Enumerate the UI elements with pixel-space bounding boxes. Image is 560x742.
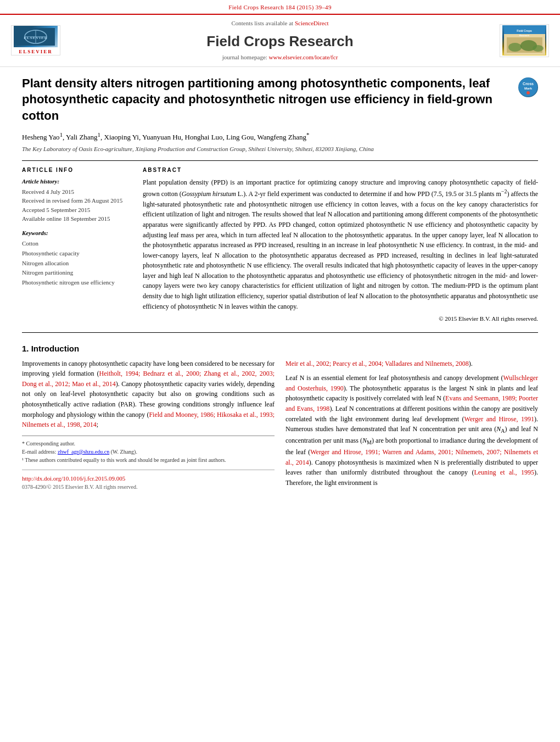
divider-1 xyxy=(22,160,538,161)
corresponding-author-note: * Corresponding author. xyxy=(22,439,275,448)
ref-meir[interactable]: Meir et al., 2002; Pearcy et al., 2004; … xyxy=(285,360,469,367)
article-history-label: Article history: xyxy=(22,177,132,186)
keywords-section: Keywords: Cotton Photosynthetic capacity… xyxy=(22,229,132,287)
email-label: E-mail address: xyxy=(22,449,56,455)
abstract-text: Plant population density (PPD) is an imp… xyxy=(143,177,538,312)
email-footnote: E-mail address: zhwf_agr@shzu.edu.cn (W.… xyxy=(22,448,275,456)
article-info-abstract: ARTICLE INFO Article history: Received 4… xyxy=(22,166,538,323)
abstract-paragraph: Plant population density (PPD) is an imp… xyxy=(143,177,538,312)
doi-link[interactable]: http://dx.doi.org/10.1016/j.fcr.2015.09.… xyxy=(22,475,125,482)
nm-subscript: M xyxy=(367,439,372,445)
elsevier-brand-text: ELSEVIER xyxy=(19,48,53,55)
intro-right-para2: Leaf N is an essential element for leaf … xyxy=(285,373,538,488)
svg-text:Cross: Cross xyxy=(523,82,534,86)
available-date: Available online 18 September 2015 xyxy=(22,214,132,224)
sup1: 1 xyxy=(60,131,63,138)
header-bar: ELSEVIER ELSEVIER Contents lists availab… xyxy=(0,15,560,66)
article-info-heading: ARTICLE INFO xyxy=(22,166,132,174)
citation-text: Field Crops Research 184 (2015) 39–49 xyxy=(228,4,331,10)
intro-right-text: Meir et al., 2002; Pearcy et al., 2004; … xyxy=(285,359,538,488)
issn-text: 0378-4290/© 2015 Elsevier B.V. All right… xyxy=(22,483,275,491)
journal-citation: Field Crops Research 184 (2015) 39–49 xyxy=(0,0,560,15)
keywords-label: Keywords: xyxy=(22,229,132,237)
article-info-column: ARTICLE INFO Article history: Received 4… xyxy=(22,166,132,323)
journal-cover-image: Field Crops Research xyxy=(500,24,549,57)
intro-left-para: Improvements in canopy photosynthetic ca… xyxy=(22,359,275,430)
article-history-section: Article history: Received 4 July 2015 Re… xyxy=(22,177,132,224)
nm-variable: N xyxy=(362,437,367,444)
received-date: Received 4 July 2015 xyxy=(22,187,132,197)
keyword-nitrogen-allocation: Nitrogen allocation xyxy=(22,259,132,269)
ref-wullschleger[interactable]: Wullschleger and Oosterhuis, 1990 xyxy=(285,374,538,392)
article-title: Plant density alters nitrogen partitioni… xyxy=(22,75,538,124)
intro-two-col: Improvements in canopy photosynthetic ca… xyxy=(22,359,538,491)
footnote-section: * Corresponding author. E-mail address: … xyxy=(22,436,275,464)
corresponding-text: * Corresponding author. xyxy=(22,440,75,447)
ref-evans[interactable]: Evans and Seemann, 1989; Poorter and Eva… xyxy=(285,394,538,412)
ref-field[interactable]: Field and Mooney, 1986; Hikosaka et al.,… xyxy=(22,411,275,429)
keyword-pnue: Photosynthetic nitrogen use efficiency xyxy=(22,278,132,288)
journal-title: Field Crops Research xyxy=(60,31,500,51)
header-center: Contents lists available at ScienceDirec… xyxy=(60,19,500,62)
elsevier-logo-image: ELSEVIER xyxy=(14,26,58,47)
author-names: Hesheng Yao1, Yali Zhang1, Xiaoping Yi, … xyxy=(22,133,310,141)
sciencedirect-link: Contents lists available at ScienceDirec… xyxy=(60,19,500,27)
ref-leuning[interactable]: Leuning et al., 1995 xyxy=(474,468,534,476)
svg-point-12 xyxy=(533,45,544,52)
crossmark-badge[interactable]: Cross Mark xyxy=(518,77,538,97)
sciencedirect-prefix: Contents lists available at xyxy=(231,20,293,26)
svg-point-10 xyxy=(508,43,522,52)
introduction-section: 1. Introduction Improvements in canopy p… xyxy=(22,343,538,491)
keyword-nitrogen-partitioning: Nitrogen partitioning xyxy=(22,268,132,278)
abstract-column: ABSTRACT Plant population density (PPD) … xyxy=(143,166,538,323)
ref-werger[interactable]: Werger and Hirose, 1991 xyxy=(464,415,534,423)
authors-line: Hesheng Yao1, Yali Zhang1, Xiaoping Yi, … xyxy=(22,131,538,143)
email-person: (W. Zhang). xyxy=(111,449,137,455)
keyword-photosynthetic: Photosynthetic capacity xyxy=(22,249,132,259)
ref-werger2[interactable]: Werger and Hirose, 1991; Warren and Adam… xyxy=(285,448,538,466)
homepage-link[interactable]: www.elsevier.com/locate/fcr xyxy=(269,54,338,60)
revised-date: Received in revised form 26 August 2015 xyxy=(22,196,132,205)
ref-heitholt[interactable]: Heitholt, 1994; Bednarz et al., 2000; Zh… xyxy=(22,370,275,388)
sciencedirect-anchor[interactable]: ScienceDirect xyxy=(295,20,329,26)
intro-right-col: Meir et al., 2002; Pearcy et al., 2004; … xyxy=(285,359,538,491)
divider-2 xyxy=(22,332,538,333)
svg-point-16 xyxy=(527,91,530,94)
intro-heading: 1. Introduction xyxy=(22,343,538,354)
intro-right-para1: Meir et al., 2002; Pearcy et al., 2004; … xyxy=(285,359,538,369)
copyright-text: © 2015 Elsevier B.V. All rights reserved… xyxy=(143,315,538,323)
svg-text:Field Crops: Field Crops xyxy=(517,29,532,32)
svg-text:ELSEVIER: ELSEVIER xyxy=(24,36,47,40)
email-link[interactable]: zhwf_agr@shzu.edu.cn xyxy=(58,449,109,455)
affiliation: The Key Laboratory of Oasis Eco-agricult… xyxy=(22,145,538,153)
species-name: Gossypium hirsutum xyxy=(182,190,236,198)
svg-text:Mark: Mark xyxy=(524,87,533,90)
article-content: Cross Mark Plant density alters nitrogen… xyxy=(0,67,560,499)
cover-thumbnail: Field Crops Research xyxy=(502,25,546,55)
sup-star: * xyxy=(306,131,309,138)
na-subscript: A xyxy=(501,428,505,434)
journal-homepage: journal homepage: www.elsevier.com/locat… xyxy=(60,53,500,62)
accepted-date: Accepted 5 September 2015 xyxy=(22,205,132,215)
homepage-prefix: journal homepage: xyxy=(222,54,267,60)
elsevier-logo: ELSEVIER ELSEVIER xyxy=(11,25,60,55)
abstract-heading: ABSTRACT xyxy=(143,166,538,174)
footnote-1-text: ¹ These authors contributed equally to t… xyxy=(22,456,275,464)
doi-section: http://dx.doi.org/10.1016/j.fcr.2015.09.… xyxy=(22,470,275,491)
svg-text:Research: Research xyxy=(519,34,529,37)
sup2: 1 xyxy=(98,131,100,138)
intro-left-col: Improvements in canopy photosynthetic ca… xyxy=(22,359,275,491)
intro-left-text: Improvements in canopy photosynthetic ca… xyxy=(22,359,275,430)
keyword-cotton: Cotton xyxy=(22,239,132,249)
crossmark-icon: Cross Mark xyxy=(518,77,538,97)
